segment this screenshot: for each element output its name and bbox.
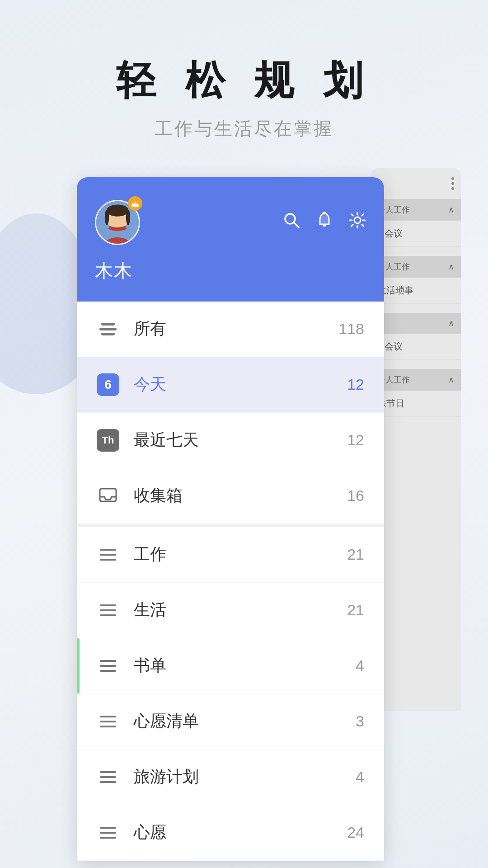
header-top bbox=[95, 200, 366, 245]
hero-title: 轻 松 规 划 bbox=[116, 59, 371, 103]
header-icons bbox=[283, 212, 366, 233]
svg-point-11 bbox=[354, 217, 361, 223]
count-today: 12 bbox=[347, 376, 364, 393]
svg-point-3 bbox=[107, 204, 129, 216]
bell-icon[interactable] bbox=[316, 212, 333, 233]
menu-item-today[interactable]: 6 今天 12 bbox=[77, 357, 384, 413]
app-header: 木木 bbox=[77, 177, 384, 302]
menu-item-wishes[interactable]: 心愿清单 3 bbox=[77, 694, 384, 750]
more-options-icon[interactable] bbox=[451, 177, 454, 190]
count-mind: 24 bbox=[347, 824, 364, 841]
menu-item-inbox[interactable]: 收集箱 16 bbox=[77, 468, 384, 527]
label-life: 生活 bbox=[134, 599, 347, 621]
menu-item-books[interactable]: 书单 4 bbox=[77, 638, 384, 694]
rp-section-header-4: 个人工作 ∧ bbox=[371, 369, 461, 391]
label-inbox: 收集箱 bbox=[134, 485, 347, 507]
lines-icon-wishes bbox=[97, 710, 119, 733]
label-travel: 旅游计划 bbox=[134, 766, 356, 788]
count-all: 118 bbox=[338, 320, 364, 338]
lines-icon-work bbox=[97, 543, 119, 566]
label-all: 所有 bbox=[134, 318, 338, 340]
count-wishes: 3 bbox=[356, 712, 364, 730]
menu-item-life[interactable]: 生活 21 bbox=[77, 583, 384, 638]
rp-section-header-1: 个人工作 ∧ bbox=[371, 199, 461, 221]
right-panel-section-4: 个人工作 ∧ 殊节日 bbox=[371, 364, 461, 421]
menu-item-week[interactable]: Th 最近七天 12 bbox=[77, 413, 384, 468]
menu-list: 所有 118 6 今天 12 Th 最近七天 12 bbox=[77, 302, 384, 861]
username: 木木 bbox=[95, 259, 366, 283]
hero-subtitle: 工作与生活尽在掌握 bbox=[116, 116, 371, 141]
count-books: 4 bbox=[356, 657, 364, 675]
label-wishes: 心愿清单 bbox=[134, 710, 356, 732]
count-week: 12 bbox=[347, 431, 364, 449]
calendar-today-icon: 6 bbox=[97, 373, 119, 396]
menu-item-travel[interactable]: 旅游计划 4 bbox=[77, 750, 384, 805]
count-life: 21 bbox=[347, 601, 364, 619]
lines-icon-mind bbox=[97, 821, 119, 844]
label-today: 今天 bbox=[134, 373, 347, 396]
rp-row-meeting-2: 会议 bbox=[371, 334, 461, 360]
count-inbox: 16 bbox=[347, 487, 364, 505]
label-work: 工作 bbox=[134, 543, 347, 566]
left-accent-bar bbox=[77, 638, 80, 693]
menu-item-work[interactable]: 工作 21 bbox=[77, 527, 384, 583]
crown-badge bbox=[128, 196, 142, 211]
rp-section-header-2: 个人工作 ∧ bbox=[371, 256, 461, 278]
rp-row-meeting-1: 会议 bbox=[371, 221, 461, 247]
count-work: 21 bbox=[347, 546, 364, 563]
app-panel: 木木 所有 118 bbox=[77, 177, 384, 861]
svg-line-8 bbox=[294, 222, 299, 227]
lines-icon-life bbox=[97, 599, 119, 622]
label-books: 书单 bbox=[134, 655, 356, 677]
menu-item-mind[interactable]: 心愿 24 bbox=[77, 805, 384, 861]
calendar-th-icon: Th bbox=[97, 429, 119, 452]
svg-point-10 bbox=[323, 212, 326, 214]
svg-rect-9 bbox=[323, 224, 326, 226]
rp-row-holiday: 殊节日 bbox=[371, 391, 461, 417]
rp-section-header-3: ∧ bbox=[371, 313, 461, 334]
settings-icon[interactable] bbox=[349, 212, 366, 233]
count-travel: 4 bbox=[356, 768, 364, 786]
svg-rect-6 bbox=[131, 206, 139, 207]
rp-row-life: 生活琐事 bbox=[371, 278, 461, 304]
page-wrapper: 轻 松 规 划 工作与生活尽在掌握 个人工作 ∧ 会议 bbox=[0, 0, 488, 868]
right-panel-header bbox=[371, 168, 461, 194]
search-icon[interactable] bbox=[283, 212, 300, 233]
svg-point-5 bbox=[126, 210, 130, 225]
inbox-icon bbox=[97, 485, 119, 507]
svg-point-4 bbox=[105, 210, 109, 225]
avatar-wrapper[interactable] bbox=[95, 200, 140, 245]
stack-icon-all bbox=[97, 318, 119, 340]
lines-icon-travel bbox=[97, 766, 119, 788]
right-panel-section-2: 个人工作 ∧ 生活琐事 bbox=[371, 251, 461, 308]
hero-section: 轻 松 规 划 工作与生活尽在掌握 bbox=[116, 0, 371, 168]
right-panel-section-3: ∧ 会议 bbox=[371, 308, 461, 364]
mockup-area: 个人工作 ∧ 会议 个人工作 ∧ 生活琐事 ∧ bbox=[0, 168, 488, 868]
label-mind: 心愿 bbox=[134, 821, 347, 844]
lines-icon-books bbox=[97, 655, 119, 677]
menu-item-all[interactable]: 所有 118 bbox=[77, 302, 384, 357]
right-panel: 个人工作 ∧ 会议 个人工作 ∧ 生活琐事 ∧ bbox=[371, 168, 461, 711]
label-week: 最近七天 bbox=[134, 429, 347, 451]
right-panel-section-1: 个人工作 ∧ 会议 bbox=[371, 194, 461, 251]
